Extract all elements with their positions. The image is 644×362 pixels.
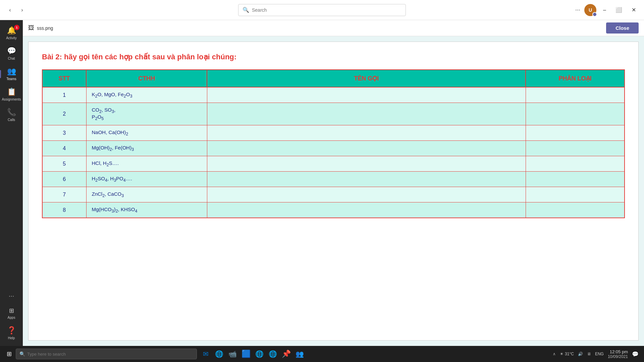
stt-cell: 5: [42, 156, 86, 172]
more-apps-button[interactable]: ···: [9, 288, 14, 304]
weather-widget: ☀ 31°C: [560, 352, 574, 356]
phan-loai-cell: [526, 156, 625, 172]
avatar-status-badge: [592, 12, 597, 17]
sidebar-item-chat[interactable]: 💬 Chat: [0, 43, 23, 64]
title-bar: ‹ › 🔍 ··· U – ⬜ ✕: [0, 0, 644, 20]
cthh-cell: HCl, H2S….: [86, 156, 207, 172]
sidebar-item-calls[interactable]: 📞 Calls: [0, 105, 23, 125]
more-options-button[interactable]: ···: [575, 6, 580, 13]
main-layout: 🔔 Activity 1 💬 Chat 👥 Teams 📋 Assignment…: [0, 20, 644, 346]
phan-loai-cell: [526, 172, 625, 187]
taskbar-edge-icon[interactable]: 🌐: [213, 348, 225, 360]
taskbar-language[interactable]: ENG: [595, 352, 604, 356]
ten-goi-cell: [207, 187, 526, 202]
table-row: 2 CO2, SO3,P2O5: [42, 103, 625, 125]
table-row: 5 HCl, H2S….: [42, 156, 625, 172]
stt-cell: 7: [42, 187, 86, 202]
taskbar-right: ∧ ☀ 31°C 🔊 🖥 ENG 12:05 pm 10/09/2021 💬: [553, 349, 641, 359]
taskbar-volume-icon[interactable]: 🔊: [578, 352, 583, 356]
taskbar-teams-icon[interactable]: 👥: [293, 348, 306, 360]
back-button[interactable]: ‹: [5, 5, 15, 15]
minimize-button[interactable]: –: [600, 6, 609, 14]
taskbar-mail-icon[interactable]: ✉: [200, 348, 212, 360]
stt-cell: 3: [42, 125, 86, 141]
ten-goi-cell: [207, 103, 526, 125]
table-row: 4 Mg(OH)2, Fe(OH)3: [42, 141, 625, 156]
sidebar-item-label: Apps: [8, 316, 15, 319]
file-icon: 🖼: [28, 24, 34, 32]
cthh-cell: K2O, MgO, Fe2O3: [86, 87, 207, 103]
table-row: 1 K2O, MgO, Fe2O3: [42, 87, 625, 103]
chat-icon: 💬: [7, 47, 16, 55]
teams-icon: 👥: [7, 67, 16, 76]
taskbar-search[interactable]: 🔍: [16, 349, 197, 359]
calls-icon: 📞: [7, 108, 16, 117]
taskbar-search-input[interactable]: [27, 352, 193, 357]
current-date: 10/09/2021: [608, 354, 628, 359]
temperature-label: 31°C: [565, 352, 574, 356]
table-row: 6 H2SO4, H3PO4….: [42, 172, 625, 187]
cthh-cell: ZnCl2, CaCO3: [86, 187, 207, 202]
sidebar: 🔔 Activity 1 💬 Chat 👥 Teams 📋 Assignment…: [0, 20, 23, 346]
phan-loai-cell: [526, 103, 625, 125]
sidebar-item-apps[interactable]: ⊞ Apps: [0, 304, 23, 323]
taskbar-clock[interactable]: 12:05 pm 10/09/2021: [608, 349, 628, 359]
sidebar-item-activity[interactable]: 🔔 Activity 1: [0, 23, 23, 43]
header-cthh: CTHH: [86, 70, 207, 87]
stt-cell: 2: [42, 103, 86, 125]
taskbar-search-icon: 🔍: [19, 351, 25, 357]
activity-badge: 1: [14, 25, 19, 30]
close-file-button[interactable]: Close: [606, 22, 639, 34]
user-avatar[interactable]: U: [584, 4, 596, 16]
header-phan-loai: PHÂN LOẠI: [526, 70, 625, 87]
cthh-cell: H2SO4, H3PO4….: [86, 172, 207, 187]
document-content: Bài 2: hãy gọi tên các hợp chất sau và p…: [28, 42, 639, 341]
taskbar-zoom-icon[interactable]: 📹: [226, 348, 238, 360]
window-close-button[interactable]: ✕: [629, 5, 639, 14]
help-icon: ❓: [7, 326, 16, 335]
title-bar-right: ··· U – ⬜ ✕: [575, 4, 639, 16]
ten-goi-cell: [207, 125, 526, 141]
cthh-cell: Mg(OH)2, Fe(OH)3: [86, 141, 207, 156]
stt-cell: 4: [42, 141, 86, 156]
phan-loai-cell: [526, 87, 625, 103]
search-icon: 🔍: [243, 7, 249, 13]
search-bar[interactable]: 🔍: [238, 4, 406, 16]
sidebar-item-label: Assignments: [2, 98, 21, 101]
ten-goi-cell: [207, 87, 526, 103]
nav-buttons: ‹ ›: [5, 5, 27, 15]
document-title: Bài 2: hãy gọi tên các hợp chất sau và p…: [42, 53, 625, 61]
assignments-icon: 📋: [7, 87, 16, 96]
taskbar-network-icon[interactable]: 🖥: [587, 352, 591, 356]
taskbar-chrome-icon[interactable]: 🌐: [253, 348, 265, 360]
header-ten-goi: TÊN GỌI: [207, 70, 526, 87]
phan-loai-cell: [526, 202, 625, 218]
sidebar-item-label: Chat: [8, 57, 15, 60]
sidebar-item-label: Calls: [8, 118, 15, 122]
chemistry-table: STT CTHH TÊN GỌI PHÂN LOẠI 1 K2O, MgO, F…: [42, 69, 625, 218]
taskbar-app2-icon[interactable]: 📌: [280, 348, 292, 360]
taskbar-pinned-apps: ✉ 🌐 📹 🟦 🌐 🌐 📌 👥: [200, 348, 306, 360]
start-button[interactable]: ⊞: [3, 349, 16, 359]
content-header: 🖼 sss.png Close: [23, 20, 644, 36]
sidebar-item-help[interactable]: ❓ Help: [0, 323, 23, 343]
taskbar-chrome2-icon[interactable]: 🌐: [267, 348, 279, 360]
sidebar-item-assignments[interactable]: 📋 Assignments: [0, 84, 23, 105]
cthh-cell: NaOH, Ca(OH)2: [86, 125, 207, 141]
forward-button[interactable]: ›: [17, 5, 27, 15]
file-name: sss.png: [37, 25, 53, 31]
phan-loai-cell: [526, 187, 625, 202]
ten-goi-cell: [207, 172, 526, 187]
ten-goi-cell: [207, 141, 526, 156]
taskbar: ⊞ 🔍 ✉ 🌐 📹 🟦 🌐 🌐 📌 👥 ∧ ☀ 31°C 🔊 🖥 ENG 12:…: [0, 346, 644, 362]
stt-cell: 6: [42, 172, 86, 187]
taskbar-app1-icon[interactable]: 🟦: [240, 348, 252, 360]
ten-goi-cell: [207, 156, 526, 172]
table-row: 3 NaOH, Ca(OH)2: [42, 125, 625, 141]
taskbar-system-tray-arrow[interactable]: ∧: [553, 352, 556, 356]
maximize-button[interactable]: ⬜: [613, 5, 625, 14]
taskbar-notification-icon[interactable]: 💬: [632, 351, 639, 357]
sidebar-item-teams[interactable]: 👥 Teams: [0, 64, 23, 84]
search-input[interactable]: [252, 7, 401, 13]
header-stt: STT: [42, 70, 86, 87]
